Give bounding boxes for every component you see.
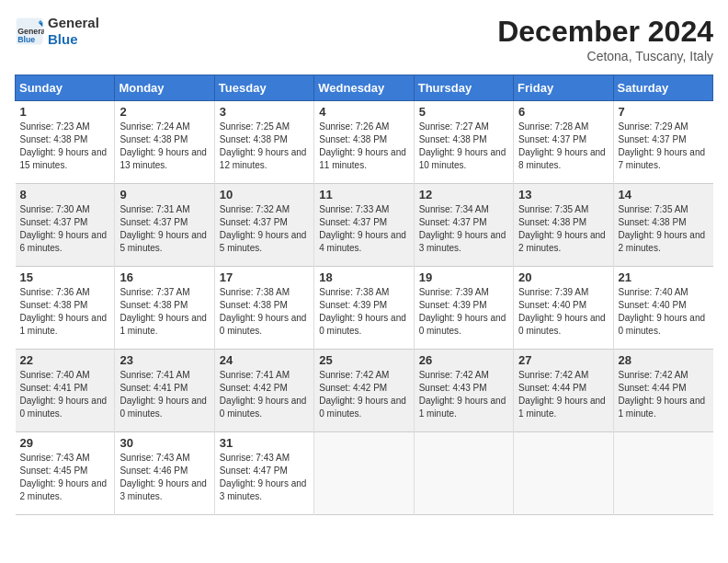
day-number: 31 <box>220 436 309 450</box>
day-number: 7 <box>619 105 709 119</box>
calendar-cell: 7 Sunrise: 7:29 AM Sunset: 4:37 PM Dayli… <box>613 101 712 184</box>
cell-info: Sunrise: 7:24 AM Sunset: 4:38 PM Dayligh… <box>119 121 209 172</box>
calendar-cell: 17 Sunrise: 7:38 AM Sunset: 4:38 PM Dayl… <box>214 267 313 350</box>
calendar-cell: 20 Sunrise: 7:39 AM Sunset: 4:40 PM Dayl… <box>514 267 613 350</box>
cell-info: Sunrise: 7:35 AM Sunset: 4:38 PM Dayligh… <box>518 203 608 255</box>
day-number: 22 <box>20 353 110 367</box>
calendar-body: 1 Sunrise: 7:23 AM Sunset: 4:38 PM Dayli… <box>16 101 713 515</box>
day-number: 24 <box>220 353 309 367</box>
calendar-cell: 16 Sunrise: 7:37 AM Sunset: 4:38 PM Dayl… <box>115 267 214 350</box>
header-day-thursday: Thursday <box>414 75 513 101</box>
cell-info: Sunrise: 7:38 AM Sunset: 4:38 PM Dayligh… <box>220 286 309 338</box>
calendar-cell: 9 Sunrise: 7:31 AM Sunset: 4:37 PM Dayli… <box>115 184 214 267</box>
calendar-cell: 22 Sunrise: 7:40 AM Sunset: 4:41 PM Dayl… <box>16 350 115 432</box>
day-number: 4 <box>319 105 408 119</box>
logo-icon: General Blue <box>15 17 44 46</box>
cell-info: Sunrise: 7:43 AM Sunset: 4:46 PM Dayligh… <box>119 452 209 503</box>
calendar-cell: 19 Sunrise: 7:39 AM Sunset: 4:39 PM Dayl… <box>414 267 513 350</box>
cell-info: Sunrise: 7:35 AM Sunset: 4:38 PM Dayligh… <box>619 203 709 255</box>
month-title: December 2024 <box>497 15 713 49</box>
day-number: 12 <box>419 188 508 201</box>
calendar-cell: 5 Sunrise: 7:27 AM Sunset: 4:38 PM Dayli… <box>414 101 513 184</box>
page-header: General Blue General Blue December 2024 … <box>15 15 713 63</box>
cell-info: Sunrise: 7:25 AM Sunset: 4:38 PM Dayligh… <box>220 121 309 172</box>
cell-info: Sunrise: 7:41 AM Sunset: 4:41 PM Dayligh… <box>119 369 209 420</box>
day-number: 28 <box>619 353 709 367</box>
title-block: December 2024 Cetona, Tuscany, Italy <box>497 15 713 63</box>
calendar-week-1: 1 Sunrise: 7:23 AM Sunset: 4:38 PM Dayli… <box>16 101 713 184</box>
calendar-cell: 8 Sunrise: 7:30 AM Sunset: 4:37 PM Dayli… <box>16 184 115 267</box>
cell-info: Sunrise: 7:40 AM Sunset: 4:41 PM Dayligh… <box>20 369 110 420</box>
cell-info: Sunrise: 7:37 AM Sunset: 4:38 PM Dayligh… <box>119 286 209 338</box>
cell-info: Sunrise: 7:30 AM Sunset: 4:37 PM Dayligh… <box>20 203 110 255</box>
cell-info: Sunrise: 7:42 AM Sunset: 4:44 PM Dayligh… <box>619 369 709 420</box>
logo-general: General <box>48 15 99 30</box>
day-number: 15 <box>20 270 110 284</box>
header-day-friday: Friday <box>514 75 613 101</box>
location-subtitle: Cetona, Tuscany, Italy <box>497 49 713 63</box>
calendar-week-3: 15 Sunrise: 7:36 AM Sunset: 4:38 PM Dayl… <box>16 267 713 350</box>
calendar-cell: 11 Sunrise: 7:33 AM Sunset: 4:37 PM Dayl… <box>314 184 414 267</box>
calendar-cell: 15 Sunrise: 7:36 AM Sunset: 4:38 PM Dayl… <box>16 267 115 350</box>
day-number: 16 <box>119 270 209 284</box>
calendar-cell: 4 Sunrise: 7:26 AM Sunset: 4:38 PM Dayli… <box>314 101 414 184</box>
calendar-cell: 31 Sunrise: 7:43 AM Sunset: 4:47 PM Dayl… <box>214 432 313 515</box>
calendar-cell: 30 Sunrise: 7:43 AM Sunset: 4:46 PM Dayl… <box>115 432 214 515</box>
calendar-cell: 29 Sunrise: 7:43 AM Sunset: 4:45 PM Dayl… <box>16 432 115 515</box>
cell-info: Sunrise: 7:27 AM Sunset: 4:38 PM Dayligh… <box>419 121 508 172</box>
header-day-saturday: Saturday <box>613 75 712 101</box>
cell-info: Sunrise: 7:43 AM Sunset: 4:45 PM Dayligh… <box>20 452 110 503</box>
cell-info: Sunrise: 7:36 AM Sunset: 4:38 PM Dayligh… <box>20 286 110 338</box>
calendar-table: SundayMondayTuesdayWednesdayThursdayFrid… <box>15 75 713 515</box>
calendar-cell: 13 Sunrise: 7:35 AM Sunset: 4:38 PM Dayl… <box>514 184 613 267</box>
calendar-cell: 2 Sunrise: 7:24 AM Sunset: 4:38 PM Dayli… <box>115 101 214 184</box>
cell-info: Sunrise: 7:26 AM Sunset: 4:38 PM Dayligh… <box>319 121 408 172</box>
cell-info: Sunrise: 7:33 AM Sunset: 4:37 PM Dayligh… <box>319 203 408 255</box>
day-number: 18 <box>319 270 408 284</box>
day-number: 9 <box>119 188 209 201</box>
day-number: 19 <box>419 270 508 284</box>
day-number: 23 <box>119 353 209 367</box>
calendar-cell: 3 Sunrise: 7:25 AM Sunset: 4:38 PM Dayli… <box>214 101 313 184</box>
cell-info: Sunrise: 7:39 AM Sunset: 4:40 PM Dayligh… <box>518 286 608 338</box>
day-number: 2 <box>119 105 209 119</box>
calendar-cell: 18 Sunrise: 7:38 AM Sunset: 4:39 PM Dayl… <box>314 267 414 350</box>
calendar-week-5: 29 Sunrise: 7:43 AM Sunset: 4:45 PM Dayl… <box>16 432 713 515</box>
day-number: 5 <box>419 105 508 119</box>
day-number: 13 <box>518 188 608 201</box>
day-number: 21 <box>619 270 709 284</box>
day-number: 20 <box>518 270 608 284</box>
header-day-sunday: Sunday <box>16 75 115 101</box>
calendar-cell: 28 Sunrise: 7:42 AM Sunset: 4:44 PM Dayl… <box>613 350 712 432</box>
svg-text:Blue: Blue <box>17 35 35 44</box>
day-number: 11 <box>319 188 408 201</box>
cell-info: Sunrise: 7:29 AM Sunset: 4:37 PM Dayligh… <box>619 121 709 172</box>
day-number: 3 <box>220 105 309 119</box>
calendar-cell <box>314 432 414 515</box>
header-day-monday: Monday <box>115 75 214 101</box>
cell-info: Sunrise: 7:40 AM Sunset: 4:40 PM Dayligh… <box>619 286 709 338</box>
day-number: 6 <box>518 105 608 119</box>
header-day-tuesday: Tuesday <box>214 75 313 101</box>
calendar-week-4: 22 Sunrise: 7:40 AM Sunset: 4:41 PM Dayl… <box>16 350 713 432</box>
cell-info: Sunrise: 7:42 AM Sunset: 4:43 PM Dayligh… <box>419 369 508 420</box>
calendar-cell: 24 Sunrise: 7:41 AM Sunset: 4:42 PM Dayl… <box>214 350 313 432</box>
cell-info: Sunrise: 7:28 AM Sunset: 4:37 PM Dayligh… <box>518 121 608 172</box>
cell-info: Sunrise: 7:34 AM Sunset: 4:37 PM Dayligh… <box>419 203 508 255</box>
day-number: 8 <box>20 188 110 201</box>
calendar-cell: 12 Sunrise: 7:34 AM Sunset: 4:37 PM Dayl… <box>414 184 513 267</box>
calendar-cell: 23 Sunrise: 7:41 AM Sunset: 4:41 PM Dayl… <box>115 350 214 432</box>
day-number: 29 <box>20 436 110 450</box>
day-number: 26 <box>419 353 508 367</box>
calendar-cell: 6 Sunrise: 7:28 AM Sunset: 4:37 PM Dayli… <box>514 101 613 184</box>
day-number: 10 <box>220 188 309 201</box>
cell-info: Sunrise: 7:41 AM Sunset: 4:42 PM Dayligh… <box>220 369 309 420</box>
calendar-cell <box>414 432 513 515</box>
header-day-wednesday: Wednesday <box>314 75 414 101</box>
calendar-cell: 10 Sunrise: 7:32 AM Sunset: 4:37 PM Dayl… <box>214 184 313 267</box>
day-number: 27 <box>518 353 608 367</box>
logo: General Blue General Blue <box>15 15 99 48</box>
cell-info: Sunrise: 7:42 AM Sunset: 4:42 PM Dayligh… <box>319 369 408 420</box>
calendar-cell: 1 Sunrise: 7:23 AM Sunset: 4:38 PM Dayli… <box>16 101 115 184</box>
calendar-cell <box>514 432 613 515</box>
